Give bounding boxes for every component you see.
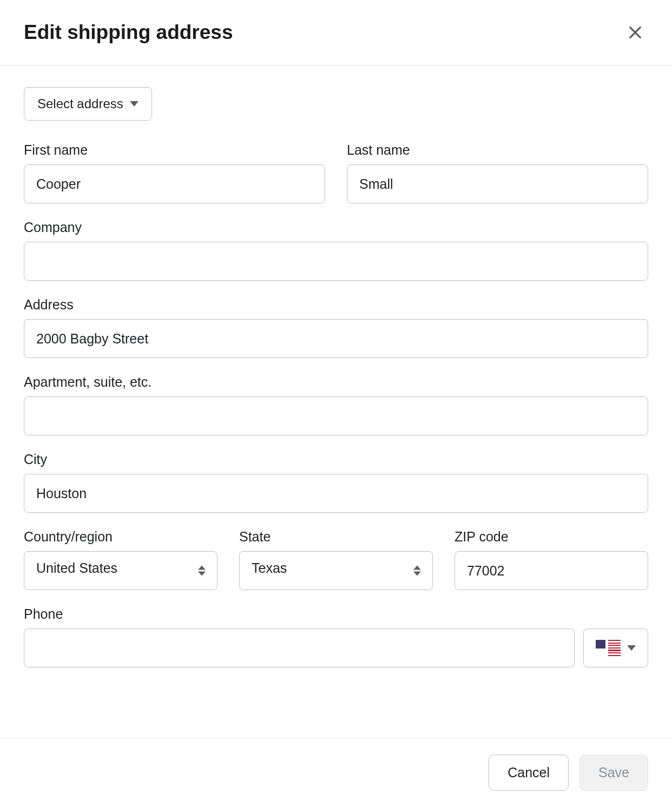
address-row: Address [24, 297, 648, 358]
name-row: First name Last name [24, 142, 648, 203]
address-input[interactable] [24, 319, 648, 358]
state-select[interactable]: Texas [239, 551, 433, 590]
phone-input-row [24, 629, 648, 667]
zip-group: ZIP code [454, 529, 648, 590]
apartment-group: Apartment, suite, etc. [24, 374, 648, 435]
select-address-button[interactable]: Select address [24, 87, 152, 121]
last-name-group: Last name [347, 142, 648, 203]
city-group: City [24, 452, 648, 513]
zip-label: ZIP code [454, 529, 648, 545]
state-label: State [239, 529, 433, 545]
last-name-label: Last name [347, 142, 648, 158]
country-group: Country/region United States [24, 529, 218, 590]
first-name-label: First name [24, 142, 325, 158]
flag-us-icon [596, 640, 621, 656]
region-row: Country/region United States State Texas [24, 529, 648, 590]
phone-label: Phone [24, 606, 648, 622]
close-icon [627, 24, 644, 41]
phone-group: Phone [24, 606, 648, 667]
city-row: City [24, 452, 648, 513]
address-label: Address [24, 297, 648, 313]
phone-input[interactable] [24, 629, 575, 667]
company-label: Company [24, 220, 648, 235]
cancel-button[interactable]: Cancel [489, 755, 569, 791]
phone-country-button[interactable] [583, 629, 648, 667]
last-name-input[interactable] [347, 164, 648, 203]
first-name-input[interactable] [24, 164, 325, 203]
company-input[interactable] [24, 242, 648, 281]
phone-row-wrapper: Phone [24, 606, 648, 667]
zip-input[interactable] [454, 551, 648, 590]
modal-body: Select address First name Last name Comp… [0, 65, 672, 738]
country-select-wrapper: United States [24, 551, 218, 590]
apartment-row: Apartment, suite, etc. [24, 374, 648, 435]
city-label: City [24, 452, 648, 467]
save-button[interactable]: Save [579, 755, 648, 791]
select-address-label: Select address [37, 96, 123, 111]
edit-shipping-address-modal: Edit shipping address Select address Fir… [0, 0, 672, 807]
caret-down-icon [627, 645, 636, 651]
company-row: Company [24, 220, 648, 281]
close-button[interactable] [622, 19, 648, 45]
apartment-label: Apartment, suite, etc. [24, 374, 648, 390]
address-group: Address [24, 297, 648, 358]
first-name-group: First name [24, 142, 325, 203]
modal-footer: Cancel Save [0, 738, 672, 807]
state-group: State Texas [239, 529, 433, 590]
country-label: Country/region [24, 529, 218, 545]
country-select[interactable]: United States [24, 551, 218, 590]
state-select-wrapper: Texas [239, 551, 433, 590]
modal-header: Edit shipping address [0, 0, 672, 65]
modal-title: Edit shipping address [24, 21, 233, 44]
company-group: Company [24, 220, 648, 281]
caret-down-icon [130, 101, 139, 107]
city-input[interactable] [24, 474, 648, 513]
apartment-input[interactable] [24, 396, 648, 435]
